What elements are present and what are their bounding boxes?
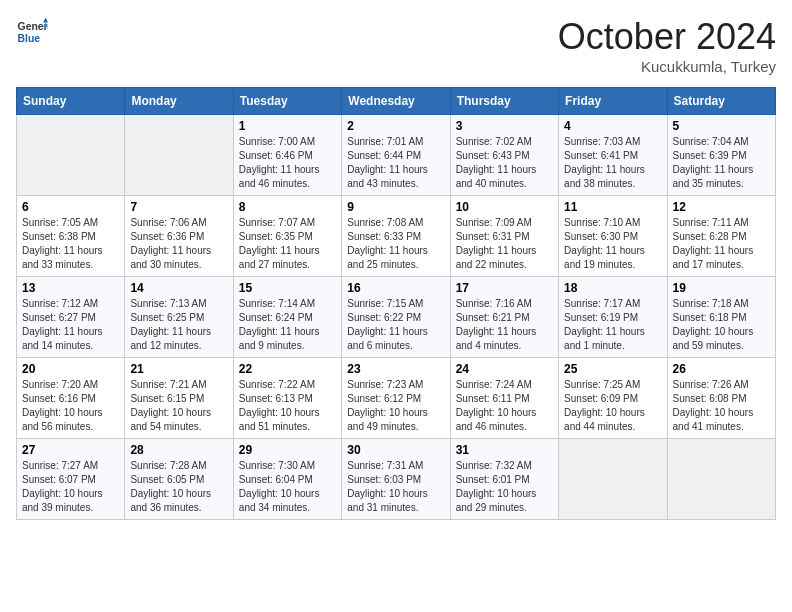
- calendar-week-row: 27Sunrise: 7:27 AMSunset: 6:07 PMDayligh…: [17, 439, 776, 520]
- day-number: 1: [239, 119, 336, 133]
- calendar-cell: 21Sunrise: 7:21 AMSunset: 6:15 PMDayligh…: [125, 358, 233, 439]
- day-info: Sunrise: 7:03 AMSunset: 6:41 PMDaylight:…: [564, 135, 661, 191]
- day-info: Sunrise: 7:30 AMSunset: 6:04 PMDaylight:…: [239, 459, 336, 515]
- day-info: Sunrise: 7:14 AMSunset: 6:24 PMDaylight:…: [239, 297, 336, 353]
- day-number: 29: [239, 443, 336, 457]
- day-info: Sunrise: 7:08 AMSunset: 6:33 PMDaylight:…: [347, 216, 444, 272]
- calendar-cell: 23Sunrise: 7:23 AMSunset: 6:12 PMDayligh…: [342, 358, 450, 439]
- day-info: Sunrise: 7:12 AMSunset: 6:27 PMDaylight:…: [22, 297, 119, 353]
- day-number: 10: [456, 200, 553, 214]
- svg-marker-2: [43, 18, 48, 23]
- calendar-cell: 5Sunrise: 7:04 AMSunset: 6:39 PMDaylight…: [667, 115, 775, 196]
- day-number: 15: [239, 281, 336, 295]
- day-number: 4: [564, 119, 661, 133]
- weekday-header-saturday: Saturday: [667, 88, 775, 115]
- calendar-week-row: 6Sunrise: 7:05 AMSunset: 6:38 PMDaylight…: [17, 196, 776, 277]
- day-info: Sunrise: 7:02 AMSunset: 6:43 PMDaylight:…: [456, 135, 553, 191]
- day-info: Sunrise: 7:25 AMSunset: 6:09 PMDaylight:…: [564, 378, 661, 434]
- calendar-week-row: 1Sunrise: 7:00 AMSunset: 6:46 PMDaylight…: [17, 115, 776, 196]
- day-info: Sunrise: 7:15 AMSunset: 6:22 PMDaylight:…: [347, 297, 444, 353]
- day-number: 28: [130, 443, 227, 457]
- calendar-cell: 31Sunrise: 7:32 AMSunset: 6:01 PMDayligh…: [450, 439, 558, 520]
- day-info: Sunrise: 7:21 AMSunset: 6:15 PMDaylight:…: [130, 378, 227, 434]
- calendar-cell: 30Sunrise: 7:31 AMSunset: 6:03 PMDayligh…: [342, 439, 450, 520]
- calendar-cell: 27Sunrise: 7:27 AMSunset: 6:07 PMDayligh…: [17, 439, 125, 520]
- calendar-cell: 16Sunrise: 7:15 AMSunset: 6:22 PMDayligh…: [342, 277, 450, 358]
- calendar-cell: 25Sunrise: 7:25 AMSunset: 6:09 PMDayligh…: [559, 358, 667, 439]
- calendar-cell: [667, 439, 775, 520]
- day-number: 20: [22, 362, 119, 376]
- calendar-cell: 22Sunrise: 7:22 AMSunset: 6:13 PMDayligh…: [233, 358, 341, 439]
- calendar-cell: 24Sunrise: 7:24 AMSunset: 6:11 PMDayligh…: [450, 358, 558, 439]
- calendar-cell: 18Sunrise: 7:17 AMSunset: 6:19 PMDayligh…: [559, 277, 667, 358]
- calendar-cell: [559, 439, 667, 520]
- day-info: Sunrise: 7:32 AMSunset: 6:01 PMDaylight:…: [456, 459, 553, 515]
- day-number: 16: [347, 281, 444, 295]
- day-number: 3: [456, 119, 553, 133]
- day-info: Sunrise: 7:28 AMSunset: 6:05 PMDaylight:…: [130, 459, 227, 515]
- calendar-cell: 9Sunrise: 7:08 AMSunset: 6:33 PMDaylight…: [342, 196, 450, 277]
- day-number: 30: [347, 443, 444, 457]
- logo-icon: General Blue: [16, 16, 48, 48]
- day-number: 14: [130, 281, 227, 295]
- day-info: Sunrise: 7:20 AMSunset: 6:16 PMDaylight:…: [22, 378, 119, 434]
- calendar-cell: [125, 115, 233, 196]
- day-number: 22: [239, 362, 336, 376]
- day-info: Sunrise: 7:06 AMSunset: 6:36 PMDaylight:…: [130, 216, 227, 272]
- calendar-cell: 19Sunrise: 7:18 AMSunset: 6:18 PMDayligh…: [667, 277, 775, 358]
- day-number: 24: [456, 362, 553, 376]
- calendar-cell: 1Sunrise: 7:00 AMSunset: 6:46 PMDaylight…: [233, 115, 341, 196]
- day-number: 6: [22, 200, 119, 214]
- calendar-cell: 26Sunrise: 7:26 AMSunset: 6:08 PMDayligh…: [667, 358, 775, 439]
- calendar-cell: 11Sunrise: 7:10 AMSunset: 6:30 PMDayligh…: [559, 196, 667, 277]
- day-info: Sunrise: 7:31 AMSunset: 6:03 PMDaylight:…: [347, 459, 444, 515]
- calendar-cell: 12Sunrise: 7:11 AMSunset: 6:28 PMDayligh…: [667, 196, 775, 277]
- day-info: Sunrise: 7:18 AMSunset: 6:18 PMDaylight:…: [673, 297, 770, 353]
- calendar-cell: 20Sunrise: 7:20 AMSunset: 6:16 PMDayligh…: [17, 358, 125, 439]
- location: Kucukkumla, Turkey: [558, 58, 776, 75]
- weekday-header-monday: Monday: [125, 88, 233, 115]
- title-block: October 2024 Kucukkumla, Turkey: [558, 16, 776, 75]
- day-info: Sunrise: 7:22 AMSunset: 6:13 PMDaylight:…: [239, 378, 336, 434]
- page-header: General Blue October 2024 Kucukkumla, Tu…: [16, 16, 776, 75]
- day-number: 2: [347, 119, 444, 133]
- svg-text:Blue: Blue: [18, 33, 41, 44]
- calendar-cell: 3Sunrise: 7:02 AMSunset: 6:43 PMDaylight…: [450, 115, 558, 196]
- day-info: Sunrise: 7:01 AMSunset: 6:44 PMDaylight:…: [347, 135, 444, 191]
- calendar-week-row: 20Sunrise: 7:20 AMSunset: 6:16 PMDayligh…: [17, 358, 776, 439]
- calendar-cell: 17Sunrise: 7:16 AMSunset: 6:21 PMDayligh…: [450, 277, 558, 358]
- day-number: 26: [673, 362, 770, 376]
- day-info: Sunrise: 7:04 AMSunset: 6:39 PMDaylight:…: [673, 135, 770, 191]
- day-info: Sunrise: 7:26 AMSunset: 6:08 PMDaylight:…: [673, 378, 770, 434]
- day-number: 5: [673, 119, 770, 133]
- day-info: Sunrise: 7:09 AMSunset: 6:31 PMDaylight:…: [456, 216, 553, 272]
- calendar-cell: 6Sunrise: 7:05 AMSunset: 6:38 PMDaylight…: [17, 196, 125, 277]
- calendar-cell: 7Sunrise: 7:06 AMSunset: 6:36 PMDaylight…: [125, 196, 233, 277]
- day-number: 8: [239, 200, 336, 214]
- day-info: Sunrise: 7:16 AMSunset: 6:21 PMDaylight:…: [456, 297, 553, 353]
- logo: General Blue: [16, 16, 48, 48]
- calendar-table: SundayMondayTuesdayWednesdayThursdayFrid…: [16, 87, 776, 520]
- day-number: 18: [564, 281, 661, 295]
- day-number: 25: [564, 362, 661, 376]
- day-info: Sunrise: 7:05 AMSunset: 6:38 PMDaylight:…: [22, 216, 119, 272]
- day-info: Sunrise: 7:11 AMSunset: 6:28 PMDaylight:…: [673, 216, 770, 272]
- day-number: 9: [347, 200, 444, 214]
- calendar-header: SundayMondayTuesdayWednesdayThursdayFrid…: [17, 88, 776, 115]
- day-number: 17: [456, 281, 553, 295]
- day-number: 7: [130, 200, 227, 214]
- day-info: Sunrise: 7:23 AMSunset: 6:12 PMDaylight:…: [347, 378, 444, 434]
- day-number: 23: [347, 362, 444, 376]
- day-info: Sunrise: 7:07 AMSunset: 6:35 PMDaylight:…: [239, 216, 336, 272]
- day-number: 19: [673, 281, 770, 295]
- month-title: October 2024: [558, 16, 776, 58]
- calendar-body: 1Sunrise: 7:00 AMSunset: 6:46 PMDaylight…: [17, 115, 776, 520]
- calendar-cell: 2Sunrise: 7:01 AMSunset: 6:44 PMDaylight…: [342, 115, 450, 196]
- day-number: 27: [22, 443, 119, 457]
- calendar-cell: [17, 115, 125, 196]
- weekday-header-tuesday: Tuesday: [233, 88, 341, 115]
- calendar-week-row: 13Sunrise: 7:12 AMSunset: 6:27 PMDayligh…: [17, 277, 776, 358]
- weekday-header-wednesday: Wednesday: [342, 88, 450, 115]
- day-info: Sunrise: 7:27 AMSunset: 6:07 PMDaylight:…: [22, 459, 119, 515]
- calendar-cell: 10Sunrise: 7:09 AMSunset: 6:31 PMDayligh…: [450, 196, 558, 277]
